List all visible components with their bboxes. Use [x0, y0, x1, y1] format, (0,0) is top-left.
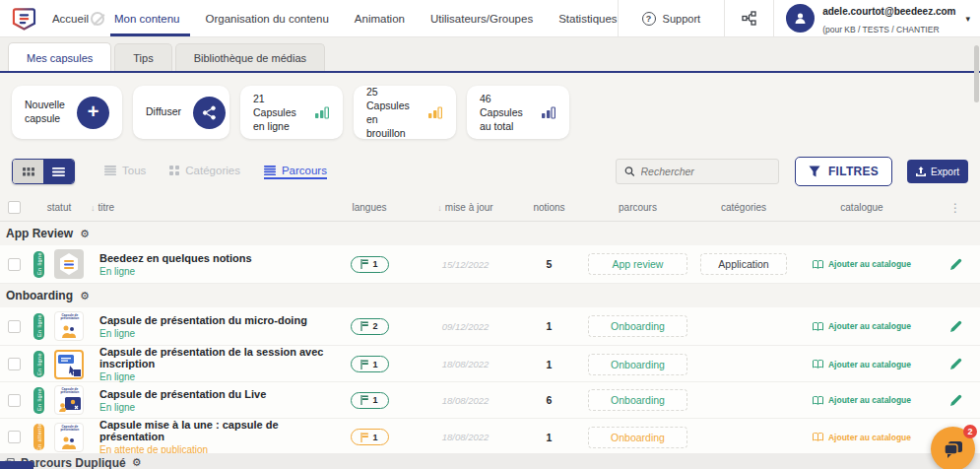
- gear-icon[interactable]: ⚙: [80, 290, 90, 302]
- nav-animation[interactable]: Animation: [355, 0, 405, 36]
- table-row[interactable]: En ligne Capsule de présentation de la s…: [0, 346, 980, 382]
- account-menu[interactable]: adele.courtot@beedeez.com (pour KB / TES…: [774, 0, 980, 36]
- col-statut[interactable]: statut: [28, 202, 91, 213]
- section-title: App Review: [6, 227, 73, 240]
- table-row[interactable]: En ligne Beedeez en quelques notions En …: [0, 245, 980, 284]
- columns-menu-icon[interactable]: ⋮: [931, 201, 980, 215]
- share-icon[interactable]: [193, 97, 226, 129]
- filters-button[interactable]: FILTRES: [795, 157, 892, 186]
- stat-online-count: 21: [253, 92, 300, 105]
- tab-bibliotheque-de-medias[interactable]: Bibliothèque de médias: [175, 43, 325, 71]
- list-view-button[interactable]: [43, 160, 74, 183]
- beedeez-logo[interactable]: [12, 6, 36, 32]
- col-mise-a-jour[interactable]: ↓mise à jour: [414, 202, 517, 213]
- languages-badge[interactable]: 1: [351, 256, 389, 273]
- section-app-review: App Review ⚙: [0, 222, 980, 245]
- filters-label: FILTRES: [828, 165, 879, 178]
- parcours-pill[interactable]: Onboarding: [588, 389, 687, 411]
- scrollbar-thumb[interactable]: [974, 45, 979, 102]
- capsule-thumbnail[interactable]: Capsule de présentation: [54, 423, 84, 452]
- nav-accueil[interactable]: Accueil: [52, 0, 89, 36]
- filter-tab-parcours[interactable]: Parcours: [264, 165, 327, 179]
- category-pill[interactable]: Application: [700, 253, 787, 275]
- edit-pencil-icon[interactable]: [931, 320, 980, 333]
- filter-tab-parcours-label: Parcours: [282, 165, 327, 176]
- add-to-catalogue-link[interactable]: Ajouter au catalogue: [793, 395, 931, 405]
- flag-icon: [360, 395, 369, 405]
- status-pill: En ligne: [33, 387, 44, 414]
- languages-badge[interactable]: 1: [351, 429, 389, 445]
- catalogue-icon: [813, 433, 823, 441]
- stat-total-count: 46: [480, 92, 527, 105]
- table-row[interactable]: En attente Capsule de présentation Capsu…: [0, 419, 980, 455]
- edit-pencil-icon[interactable]: [931, 258, 980, 271]
- catalogue-icon: [813, 360, 823, 368]
- parcours-pill[interactable]: Onboarding: [588, 354, 687, 375]
- status-pill: En ligne: [33, 351, 44, 377]
- edit-pencil-icon[interactable]: [931, 394, 980, 407]
- org-share-button[interactable]: [725, 0, 773, 36]
- languages-badge[interactable]: 1: [351, 392, 389, 409]
- languages-badge[interactable]: 1: [351, 356, 389, 372]
- row-checkbox[interactable]: [8, 358, 21, 370]
- capsule-title[interactable]: Capsule de présentation de la session av…: [99, 346, 325, 369]
- col-catalogue[interactable]: catalogue: [793, 202, 931, 213]
- nav-utilisateurs-groupes[interactable]: Utilisateurs/Groupes: [430, 0, 533, 36]
- col-notions[interactable]: notions: [517, 202, 581, 213]
- nav-mon-contenu[interactable]: Mon contenu: [114, 0, 180, 36]
- row-checkbox[interactable]: [8, 431, 21, 443]
- new-capsule-card[interactable]: Nouvelle capsule +: [12, 86, 122, 139]
- tab-mes-capsules[interactable]: Mes capsules: [8, 42, 111, 71]
- nav-organisation-du-contenu[interactable]: Organisation du contenu: [206, 0, 329, 36]
- capsule-thumbnail-selected[interactable]: [54, 350, 84, 379]
- export-button[interactable]: Export: [907, 160, 968, 183]
- gear-icon[interactable]: ⚙: [80, 228, 90, 240]
- table-row[interactable]: En ligne Capsule de présentation Capsule…: [0, 307, 980, 346]
- person-icon: [793, 11, 808, 26]
- add-to-catalogue-link[interactable]: Ajouter au catalogue: [793, 259, 931, 269]
- chevron-down-icon[interactable]: ▾: [965, 14, 970, 24]
- filter-tab-tous[interactable]: Tous: [104, 165, 146, 179]
- search-input[interactable]: [641, 166, 770, 177]
- row-checkbox[interactable]: [8, 320, 21, 333]
- parcours-pill[interactable]: Onboarding: [588, 315, 687, 337]
- row-checkbox[interactable]: [8, 394, 21, 407]
- capsule-title[interactable]: Capsule mise à la une : capsule de prése…: [99, 419, 325, 442]
- add-to-catalogue-link[interactable]: Ajouter au catalogue: [793, 360, 931, 369]
- nav-statistiques[interactable]: Statistiques: [558, 0, 617, 36]
- sort-down-icon[interactable]: ↓: [437, 203, 442, 213]
- bottom-left-cutoff-element: [0, 461, 33, 469]
- parcours-pill[interactable]: Onboarding: [588, 427, 687, 448]
- sort-down-icon[interactable]: ↓: [91, 203, 96, 213]
- capsule-title[interactable]: Capsule de présentation du Live: [99, 388, 325, 400]
- col-titre[interactable]: ↓titre: [91, 202, 325, 213]
- capsule-thumbnail[interactable]: Capsule de présentation: [54, 311, 84, 341]
- table-row[interactable]: En ligne Capsule de présentation Capsule…: [0, 382, 980, 419]
- plus-icon[interactable]: +: [77, 97, 109, 129]
- row-checkbox[interactable]: [8, 258, 21, 271]
- languages-badge[interactable]: 2: [351, 318, 389, 335]
- tab-tips[interactable]: Tips: [114, 43, 171, 71]
- grid-view-button[interactable]: [13, 160, 43, 183]
- add-to-catalogue-link[interactable]: Ajouter au catalogue: [793, 433, 931, 442]
- col-categories[interactable]: catégories: [694, 202, 793, 213]
- parcours-pill[interactable]: App review: [588, 253, 687, 275]
- bar-chart-icon-green: [314, 105, 330, 119]
- support-button[interactable]: ? Support: [619, 0, 725, 36]
- diffuse-label: Diffuser: [146, 105, 181, 119]
- capsule-thumbnail[interactable]: [54, 249, 84, 279]
- gear-icon[interactable]: ⚙: [132, 456, 142, 469]
- filter-tab-categories[interactable]: Catégories: [169, 165, 240, 179]
- diffuse-card[interactable]: Diffuser: [133, 86, 229, 139]
- col-parcours[interactable]: parcours: [581, 202, 694, 213]
- chat-launcher-button[interactable]: 2: [931, 427, 975, 469]
- col-langues[interactable]: langues: [325, 202, 414, 213]
- add-to-catalogue-link[interactable]: Ajouter au catalogue: [793, 321, 931, 331]
- capsule-title[interactable]: Beedeez en quelques notions: [99, 252, 325, 264]
- capsule-title[interactable]: Capsule de présentation du micro-doing: [99, 314, 325, 326]
- chat-bubbles-icon: [943, 439, 964, 459]
- catalogue-icon: [813, 396, 823, 405]
- select-all-checkbox[interactable]: [8, 201, 21, 214]
- edit-pencil-icon[interactable]: [931, 358, 980, 370]
- capsule-thumbnail[interactable]: Capsule de présentation: [54, 385, 84, 415]
